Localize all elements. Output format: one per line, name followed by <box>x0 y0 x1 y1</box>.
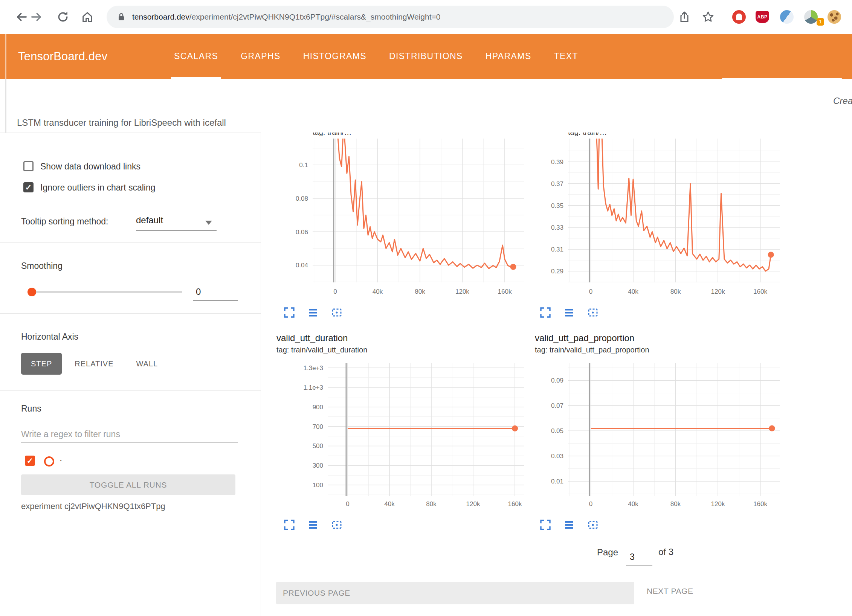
horizontal-bars-icon[interactable] <box>563 306 575 319</box>
svg-text:0.39: 0.39 <box>551 159 563 166</box>
tensorboard-logo[interactable]: TensorBoard.dev <box>18 34 107 79</box>
home-icon[interactable] <box>81 11 94 23</box>
tooltip-sorting-label: Tooltip sorting method: <box>21 217 108 227</box>
show-download-links-checkbox[interactable] <box>23 161 34 171</box>
url-text: tensorboard.dev/experiment/cj2vtPiwQHKN9… <box>132 12 440 21</box>
experiment-title: LSTM transducer training for LibriSpeech… <box>17 117 226 128</box>
chart-plot-2[interactable]: 040k80k120k160k1003005007009001.1e+31.3e… <box>290 354 527 520</box>
svg-text:40k: 40k <box>628 288 638 295</box>
fit-to-frame-icon[interactable] <box>331 306 343 319</box>
svg-text:900: 900 <box>313 404 323 411</box>
url-domain: tensorboard.dev <box>132 12 189 21</box>
app-header: TensorBoard.dev SCALARSGRAPHSHISTOGRAMSD… <box>0 34 852 79</box>
svg-text:0.01: 0.01 <box>551 478 563 485</box>
fit-to-frame-icon[interactable] <box>587 306 599 319</box>
chart-title: valid_utt_pad_proportion <box>535 333 634 343</box>
toggle-all-runs-button[interactable]: TOGGLE ALL RUNS <box>21 474 235 495</box>
previous-page-button[interactable]: PREVIOUS PAGE <box>276 582 634 604</box>
ignore-outliers-label: Ignore outliers in chart scaling <box>40 183 156 193</box>
send-feedback-button[interactable]: SEND FEEDBACK <box>721 78 843 102</box>
fit-to-frame-icon[interactable] <box>587 519 599 531</box>
svg-text:40k: 40k <box>373 288 383 295</box>
svg-text:0.07: 0.07 <box>551 402 563 409</box>
svg-text:160k: 160k <box>753 500 767 508</box>
run-color-circle <box>44 456 54 467</box>
svg-text:120k: 120k <box>711 500 725 508</box>
svg-text:80k: 80k <box>670 288 681 295</box>
svg-text:40k: 40k <box>628 500 638 508</box>
abp-extension-icon[interactable]: ABP <box>756 11 769 23</box>
svg-text:80k: 80k <box>670 500 681 508</box>
fullscreen-icon[interactable] <box>283 519 295 531</box>
chart-plot-1[interactable]: 040k80k120k160k0.290.310.330.350.370.39 <box>545 132 783 302</box>
axis-relative-button[interactable]: RELATIVE <box>65 353 123 375</box>
smoothing-label: Smoothing <box>21 261 63 271</box>
address-bar[interactable]: tensorboard.dev/experiment/cj2vtPiwQHKN9… <box>107 6 674 28</box>
cookie-extension-icon[interactable] <box>828 10 841 24</box>
adblock-extension-icon[interactable] <box>732 10 746 24</box>
next-page-button[interactable]: NEXT PAGE <box>647 587 693 596</box>
tooltip-sorting-select[interactable]: default <box>136 215 217 231</box>
svg-text:0.06: 0.06 <box>296 229 308 236</box>
svg-text:0.31: 0.31 <box>551 246 563 253</box>
tab-hparams[interactable]: HPARAMS <box>474 34 543 79</box>
tab-distributions[interactable]: DISTRIBUTIONS <box>378 34 474 79</box>
svg-text:80k: 80k <box>415 288 425 295</box>
svg-text:0.08: 0.08 <box>296 195 308 202</box>
svg-text:1.1e+3: 1.1e+3 <box>304 384 323 391</box>
chart-plot-0[interactable]: 040k80k120k160k0.040.060.080.1 <box>290 132 527 302</box>
bookmark-star-icon[interactable] <box>702 11 715 23</box>
chart-toolbar <box>283 306 343 319</box>
horizontal-axis-label: Horizontal Axis <box>21 332 78 342</box>
blue-extension-icon[interactable] <box>780 10 794 24</box>
experiment-id-label: experiment cj2vtPiwQHKN9Q1tx6PTpg <box>21 502 165 511</box>
back-icon[interactable] <box>15 11 28 23</box>
horizontal-bars-icon[interactable] <box>307 519 319 531</box>
fullscreen-icon[interactable] <box>539 519 551 531</box>
axis-wall-button[interactable]: WALL <box>126 353 168 375</box>
forward-icon[interactable] <box>30 11 43 23</box>
svg-text:80k: 80k <box>426 500 437 508</box>
svg-text:0: 0 <box>346 500 349 508</box>
smoothing-value-input[interactable] <box>193 284 238 301</box>
smoothing-slider-knob[interactable] <box>27 288 36 296</box>
tab-graphs[interactable]: GRAPHS <box>229 34 292 79</box>
browser-toolbar: tensorboard.dev/experiment/cj2vtPiwQHKN9… <box>0 0 852 34</box>
runs-label: Runs <box>21 404 41 414</box>
horizontal-axis-buttons: STEPRELATIVEWALL <box>21 353 168 375</box>
svg-text:0.05: 0.05 <box>551 427 563 435</box>
run-checkbox[interactable]: ✓ <box>25 456 35 466</box>
runs-filter-input[interactable] <box>21 426 238 443</box>
tab-scalars[interactable]: SCALARS <box>163 34 229 79</box>
horizontal-bars-icon[interactable] <box>307 306 319 319</box>
horizontal-bars-icon[interactable] <box>563 519 575 531</box>
svg-text:0.03: 0.03 <box>551 453 563 460</box>
share-icon[interactable] <box>678 11 691 23</box>
scrollbar-line <box>5 34 6 79</box>
svg-text:0.29: 0.29 <box>551 268 563 275</box>
chart-tag: tag: train/valid_utt_duration <box>276 346 367 354</box>
ignore-outliers-checkbox[interactable]: ✓ <box>23 182 34 192</box>
fullscreen-icon[interactable] <box>539 306 551 319</box>
fit-to-frame-icon[interactable] <box>331 519 343 531</box>
app-root: tensorboard.dev/experiment/cj2vtPiwQHKN9… <box>0 0 852 616</box>
tab-histograms[interactable]: HISTOGRAMS <box>292 34 378 79</box>
page-of-label: of 3 <box>658 547 673 557</box>
pie-extension-icon[interactable] <box>804 10 818 24</box>
smoothing-slider-track[interactable] <box>31 291 182 293</box>
chart-plot-3[interactable]: 040k80k120k160k0.010.030.050.070.09 <box>545 354 783 520</box>
svg-text:120k: 120k <box>455 288 469 295</box>
divider <box>0 242 261 243</box>
page-label: Page <box>597 547 618 558</box>
svg-text:0.1: 0.1 <box>299 162 308 169</box>
svg-text:120k: 120k <box>711 288 725 295</box>
tab-text[interactable]: TEXT <box>543 34 589 79</box>
clipped-created-text: Crea <box>833 96 852 106</box>
fullscreen-icon[interactable] <box>283 306 295 319</box>
page-number-input[interactable] <box>626 549 652 566</box>
chart-toolbar <box>539 519 599 531</box>
reload-icon[interactable] <box>56 11 69 23</box>
axis-step-button[interactable]: STEP <box>21 353 62 375</box>
nav-tabs: SCALARSGRAPHSHISTOGRAMSDISTRIBUTIONSHPAR… <box>163 34 589 79</box>
svg-text:1.3e+3: 1.3e+3 <box>304 364 323 372</box>
